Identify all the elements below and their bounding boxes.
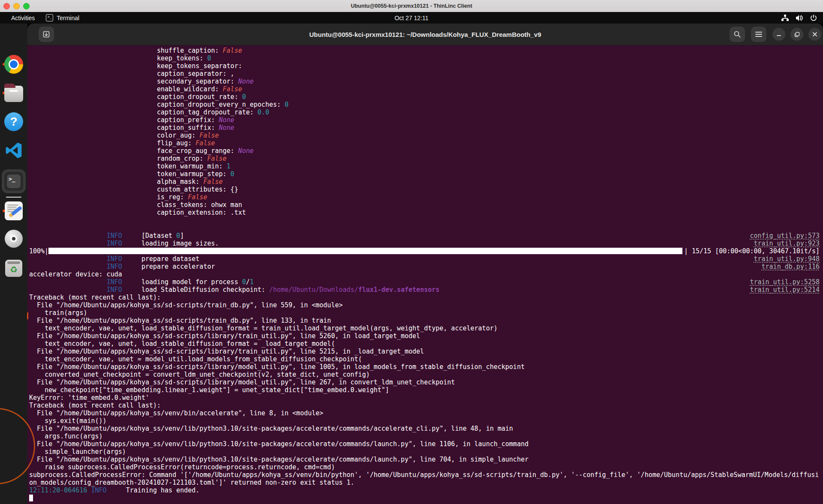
- terminal-line: [29, 494, 821, 502]
- terminal-line: shuffle_caption: False: [29, 47, 821, 54]
- minimize-window-button[interactable]: [13, 3, 20, 9]
- source-file-reference: train_util.py:948: [754, 255, 820, 263]
- terminal-output[interactable]: shuffle_caption: False keep_tokens: 0 ke…: [27, 45, 823, 504]
- dock-item-cd[interactable]: [0, 230, 27, 248]
- search-icon: [733, 30, 741, 38]
- terminal-line: on_models/config_dreambooth-20241027-121…: [29, 479, 821, 486]
- thinlinc-titlebar: Ubuntu@0055-kci-prxmx10121 - ThinLinc Cl…: [0, 0, 823, 12]
- terminal-line: custom_attributes: {}: [29, 186, 821, 193]
- terminal-line: caption_tag_dropout_rate: 0.0: [29, 108, 821, 116]
- terminal-line: File "/home/Ubuntu/apps/kohya_ss/venv/li…: [29, 440, 821, 448]
- terminal-headerbar[interactable]: Ubuntu@0055-kci-prxmx10121: ~/Downloads/…: [27, 24, 823, 45]
- terminal-line: keep_tokens_separator:: [29, 62, 821, 70]
- activities-button[interactable]: Activities: [11, 15, 35, 21]
- terminal-line: 12:11:20-064616 INFO Training has ended.: [29, 486, 821, 494]
- dock-item-files[interactable]: [0, 84, 27, 102]
- terminal-line: INFO loading image sizes.train_util.py:9…: [29, 240, 821, 247]
- terminal-line: File "/home/Ubuntu/apps/kohya_ss/sd-scri…: [29, 348, 821, 355]
- terminal-line: INFO loading model for process 0/1train_…: [29, 278, 821, 286]
- cd-disc-icon: [5, 230, 23, 248]
- trash-icon: ♻: [5, 260, 22, 277]
- close-button[interactable]: [808, 28, 821, 41]
- terminal-line: new_checkpoint["time_embedding.linear_1.…: [29, 386, 821, 394]
- progress-stats: | 15/15 [00:00<00:00, 30467.10it/s]: [684, 247, 820, 255]
- terminal-line: enable_wildcard: False: [29, 85, 821, 93]
- terminal-line: [29, 224, 821, 232]
- terminal-line: INFO prepare datasettrain_util.py:948: [29, 255, 821, 263]
- terminal-icon: >_: [4, 172, 23, 191]
- dock-item-terminal[interactable]: >_: [0, 169, 27, 193]
- dock-item-text-editor[interactable]: [0, 201, 27, 220]
- terminal-line: train(args): [29, 309, 821, 317]
- terminal-line: subprocess.CalledProcessError: Command '…: [29, 471, 821, 479]
- terminal-line: random_crop: False: [29, 155, 821, 162]
- terminal-line: [29, 216, 821, 224]
- terminal-line: alpha_mask: False: [29, 178, 821, 186]
- terminal-line: File "/home/Ubuntu/apps/kohya_ss/sd-scri…: [29, 378, 821, 386]
- terminal-line: 100%|| 15/15 [00:00<00:00, 30467.10it/s]: [29, 247, 821, 255]
- vscode-icon: [4, 141, 23, 160]
- terminal-line: simple_launcher(args): [29, 448, 821, 456]
- menu-icon: [755, 32, 762, 37]
- help-icon: ?: [4, 112, 23, 131]
- zoom-window-button[interactable]: [23, 3, 30, 9]
- terminal-line: caption_dropout_rate: 0: [29, 93, 821, 101]
- dock-separator: [6, 197, 21, 198]
- terminal-line: sys.exit(main()): [29, 417, 821, 425]
- minimize-button[interactable]: [772, 28, 785, 41]
- terminal-line: INFO [Dataset 0]config_util.py:573: [29, 232, 821, 240]
- terminal-line: Traceback (most recent call last):: [29, 294, 821, 301]
- terminal-line: caption_suffix: None: [29, 124, 821, 132]
- thinlinc-window-title: Ubuntu@0055-kci-prxmx10121 - ThinLinc Cl…: [351, 3, 472, 9]
- terminal-line: INFO load StableDiffusion checkpoint: /h…: [29, 286, 821, 294]
- text-editor-icon: [5, 201, 23, 220]
- terminal-line: secondary_separator: None: [29, 78, 821, 85]
- wallpaper-accent-line: [27, 312, 28, 319]
- terminal-line: face_crop_aug_range: None: [29, 147, 821, 155]
- terminal-line: File "/home/Ubuntu/apps/kohya_ss/venv/bi…: [29, 409, 821, 417]
- power-icon: [810, 15, 817, 21]
- terminal-line: caption_separator: ,: [29, 70, 821, 78]
- focused-app-name: Terminal: [57, 15, 79, 21]
- terminal-line: raise subprocess.CalledProcessError(retu…: [29, 463, 821, 471]
- progress-bar: [48, 248, 682, 254]
- window-controls: [3, 0, 30, 12]
- clock[interactable]: Oct 27 12:11: [394, 15, 428, 21]
- maximize-button[interactable]: [790, 28, 803, 41]
- close-icon: [812, 32, 817, 37]
- terminal-line: token_warmup_step: 0: [29, 170, 821, 178]
- minimize-icon: [776, 32, 781, 37]
- search-button[interactable]: [730, 27, 745, 42]
- terminal-line: token_warmup_min: 1: [29, 162, 821, 170]
- terminal-line: accelerator device: cuda: [29, 270, 821, 278]
- source-file-reference: config_util.py:573: [750, 232, 820, 240]
- terminal-title: Ubuntu@0055-kci-prxmx10121: ~/Downloads/…: [27, 24, 823, 45]
- dock-item-vscode[interactable]: [0, 141, 27, 160]
- system-status-area[interactable]: [781, 12, 817, 24]
- dock-item-chrome[interactable]: [0, 55, 27, 74]
- terminal-line: INFO prepare acceleratortrain_db.py:116: [29, 263, 821, 270]
- menu-button[interactable]: [751, 27, 766, 42]
- terminal-line: is_reg: False: [29, 193, 821, 201]
- close-window-button[interactable]: [3, 3, 10, 9]
- files-icon: [4, 86, 23, 102]
- dock-item-trash[interactable]: ♻: [0, 260, 27, 277]
- gnome-top-panel: Activities >_ Terminal Oct 27 12:11: [0, 12, 823, 24]
- maximize-icon: [794, 32, 800, 37]
- dock-item-help[interactable]: ?: [0, 112, 27, 131]
- terminal-line: KeyError: 'time_embed.0.weight': [29, 394, 821, 402]
- terminal-line: File "/home/Ubuntu/apps/kohya_ss/venv/li…: [29, 425, 821, 432]
- focused-app-menu[interactable]: >_ Terminal: [46, 14, 79, 21]
- terminal-line: flip_aug: False: [29, 139, 821, 147]
- terminal-line: keep_tokens: 0: [29, 54, 821, 62]
- terminal-line: class_tokens: ohwx man: [29, 201, 821, 209]
- terminal-line: converted_unet_checkpoint = convert_ldm_…: [29, 371, 821, 378]
- source-file-reference: train_util.py:5258: [750, 278, 820, 286]
- terminal-line: args.func(args): [29, 432, 821, 440]
- terminal-line: File "/home/Ubuntu/apps/kohya_ss/venv/li…: [29, 456, 821, 463]
- terminal-line: caption_prefix: None: [29, 116, 821, 124]
- terminal-line: text_encoder, vae, unet, load_stable_dif…: [29, 340, 821, 348]
- volume-icon: [796, 15, 803, 21]
- terminal-line: caption_extension: .txt: [29, 209, 821, 216]
- focused-app-highlight: >_: [2, 169, 26, 193]
